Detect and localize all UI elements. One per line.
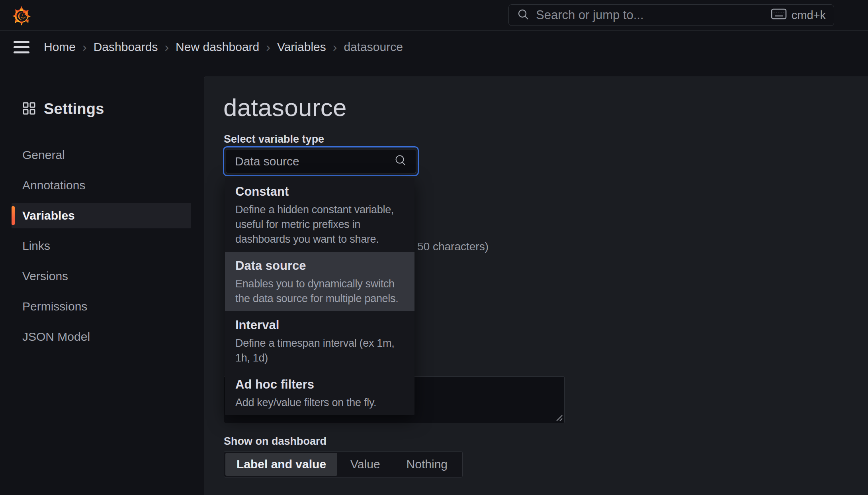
dropdown-option-interval[interactable]: Interval Define a timespan interval (ex …	[225, 311, 414, 371]
show-on-dashboard-radio-group: Label and value Value Nothing	[224, 451, 463, 477]
label-hint-fragment: 50 characters)	[417, 240, 489, 253]
option-description: Define a hidden constant variable, usefu…	[235, 202, 411, 247]
keyboard-icon	[771, 8, 787, 22]
resize-handle-icon[interactable]	[554, 413, 563, 422]
breadcrumb-dashboards[interactable]: Dashboards	[94, 40, 158, 54]
option-title: Ad hoc filters	[235, 377, 411, 393]
sidebar-item-general[interactable]: General	[12, 142, 191, 168]
show-on-dashboard-label: Show on dashboard	[224, 435, 326, 448]
option-title: Constant	[235, 184, 411, 200]
dropdown-option-data-source[interactable]: Data source Enables you to dynamically s…	[225, 252, 414, 311]
radio-nothing[interactable]: Nothing	[393, 453, 461, 476]
breadcrumb-datasource: datasource	[344, 40, 403, 54]
option-title: Interval	[235, 317, 411, 333]
variable-type-value: Data source	[235, 155, 394, 168]
dropdown-option-ad-hoc-filters[interactable]: Ad hoc filters Add key/value filters on …	[225, 371, 414, 415]
sidebar-item-versions[interactable]: Versions	[12, 263, 191, 289]
breadcrumb-home[interactable]: Home	[44, 40, 76, 54]
search-shortcut-badge: cmd+k	[771, 8, 826, 22]
search-placeholder: Search or jump to...	[536, 8, 764, 22]
settings-nav: General Annotations Variables Links Vers…	[12, 142, 191, 354]
search-icon	[517, 8, 530, 22]
breadcrumb-new-dashboard[interactable]: New dashboard	[176, 40, 259, 54]
settings-title: Settings	[44, 100, 104, 118]
chevron-right-icon: ›	[266, 41, 270, 53]
option-description: Define a timespan interval (ex 1m, 1h, 1…	[235, 336, 411, 365]
chevron-right-icon: ›	[333, 41, 337, 53]
sidebar-item-annotations[interactable]: Annotations	[12, 173, 191, 198]
grid-layout-icon	[22, 102, 36, 117]
sidebar-item-links[interactable]: Links	[12, 233, 191, 259]
radio-label-and-value[interactable]: Label and value	[225, 453, 337, 476]
variable-type-select[interactable]: Data source	[223, 146, 419, 176]
page-title: datasource	[223, 93, 347, 122]
global-search-input[interactable]: Search or jump to... cmd+k	[508, 4, 834, 26]
variable-type-dropdown: Constant Define a hidden constant variab…	[225, 178, 414, 415]
dropdown-option-constant[interactable]: Constant Define a hidden constant variab…	[225, 178, 414, 252]
chevron-right-icon: ›	[82, 41, 87, 53]
chevron-right-icon: ›	[164, 41, 169, 53]
sidebar-item-permissions[interactable]: Permissions	[12, 294, 191, 319]
option-description: Add key/value filters on the fly.	[235, 395, 411, 410]
option-title: Data source	[235, 258, 411, 274]
top-bar: Search or jump to... cmd+k	[0, 0, 868, 31]
radio-value[interactable]: Value	[337, 453, 393, 476]
grafana-logo-icon[interactable]	[12, 5, 31, 26]
breadcrumb-variables[interactable]: Variables	[277, 40, 326, 54]
search-shortcut-label: cmd+k	[792, 9, 826, 22]
breadcrumb: Home › Dashboards › New dashboard › Vari…	[44, 40, 403, 54]
sidebar-item-json-model[interactable]: JSON Model	[12, 324, 191, 350]
settings-header: Settings	[22, 100, 104, 118]
search-icon	[394, 154, 407, 169]
variable-type-label: Select variable type	[224, 133, 324, 145]
option-description: Enables you to dynamically switch the da…	[235, 277, 411, 306]
sidebar-item-variables[interactable]: Variables	[12, 203, 191, 228]
menu-icon[interactable]	[14, 41, 29, 53]
